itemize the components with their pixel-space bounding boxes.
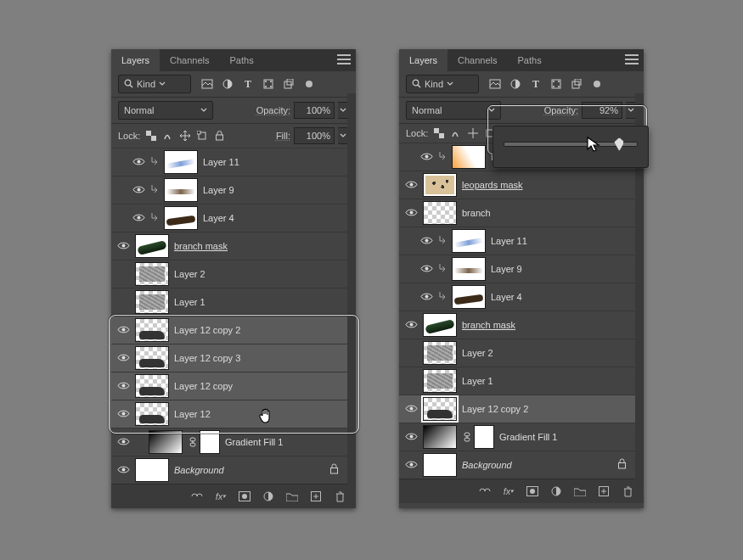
blend-mode-select[interactable]: Normal [406,101,501,120]
opacity-slider-popup[interactable] [493,126,649,168]
add-mask-icon[interactable] [526,485,538,497]
layer-name-label[interactable]: branch mask [462,320,515,330]
layer-thumbnail[interactable] [452,229,486,253]
layer-thumbnail[interactable] [135,458,169,482]
visibility-eye-icon[interactable] [404,179,418,192]
link-icon[interactable] [462,432,472,442]
link-icon[interactable] [188,437,198,447]
layer-name-label[interactable]: Layer 4 [491,292,522,302]
layer-row[interactable]: Layer 12 copy 2 [399,395,644,423]
layer-row[interactable]: Gradient Fill 1 [111,428,356,456]
layer-thumbnail[interactable] [135,262,169,286]
type-layers-icon[interactable]: T [530,78,542,90]
blend-mode-select[interactable]: Normal [118,101,213,120]
layer-thumbnail[interactable] [135,290,169,314]
lock-transparent-icon[interactable] [433,127,445,139]
layer-name-label[interactable]: Background [462,460,512,470]
tab-layers[interactable]: Layers [111,49,160,71]
scrollbar[interactable] [347,93,356,484]
visibility-eye-icon[interactable] [404,319,418,332]
type-layers-icon[interactable]: T [242,78,254,90]
layer-row[interactable]: leopards mask [399,171,644,199]
visibility-eye-icon[interactable] [419,291,433,304]
layer-thumbnail[interactable] [423,453,457,477]
layer-thumbnail[interactable] [423,201,457,225]
pixel-layers-icon[interactable] [201,78,213,90]
layer-name-label[interactable]: Layer 12 copy 2 [174,325,240,335]
layer-mask-thumbnail[interactable] [474,425,494,449]
layer-thumbnail[interactable] [452,257,486,281]
layer-thumbnail[interactable] [149,430,183,454]
layer-row[interactable]: Layer 9 [111,176,356,204]
layer-thumbnail[interactable] [423,425,457,449]
layer-row[interactable]: branch mask [111,232,356,260]
visibility-eye-icon[interactable] [404,431,418,444]
lock-image-icon[interactable] [162,130,174,142]
tab-paths[interactable]: Paths [508,49,552,71]
filter-toggle-icon[interactable] [303,78,315,90]
opacity-slider-thumb[interactable] [614,137,624,151]
layer-thumbnail[interactable] [135,234,169,258]
layer-name-label[interactable]: Layer 11 [491,236,527,246]
layer-name-label[interactable]: Layer 1 [462,376,493,386]
visibility-eye-icon[interactable] [404,403,418,416]
lock-image-icon[interactable] [450,127,462,139]
layer-name-label[interactable]: Layer 1 [174,297,205,307]
adjustment-layers-icon[interactable] [222,78,234,90]
filter-kind-select[interactable]: Kind [118,75,191,93]
layer-name-label[interactable]: Background [174,465,224,475]
lock-position-icon[interactable] [467,127,479,139]
visibility-eye-icon[interactable] [116,324,130,337]
layer-row[interactable]: Layer 2 [111,260,356,288]
layer-name-label[interactable]: leopards mask [462,180,523,190]
visibility-eye-icon[interactable] [116,380,130,393]
layer-row[interactable]: branch mask [399,311,644,339]
layer-thumbnail[interactable] [452,285,486,309]
adjustment-layers-icon[interactable] [509,78,521,90]
layer-name-label[interactable]: Layer 12 copy 3 [174,353,240,363]
link-layers-icon[interactable] [479,485,491,497]
layer-row[interactable]: Layer 1 [111,288,356,316]
new-group-icon[interactable] [574,485,586,497]
layer-thumbnail[interactable] [164,178,198,202]
layer-name-label[interactable]: Layer 2 [174,269,205,279]
layer-row[interactable]: Layer 1 [399,367,644,395]
fx-icon[interactable]: fx▾ [215,490,227,502]
visibility-eye-icon[interactable] [116,408,130,421]
filter-toggle-icon[interactable] [591,78,603,90]
smart-objects-icon[interactable] [571,78,583,90]
layer-name-label[interactable]: Layer 9 [491,264,522,274]
lock-position-icon[interactable] [179,130,191,142]
panel-menu-icon[interactable] [337,54,351,64]
visibility-eye-icon[interactable] [116,436,130,449]
layer-row[interactable]: Layer 9 [399,255,644,283]
visibility-eye-icon[interactable] [404,459,418,472]
lock-all-icon[interactable] [213,130,225,142]
layer-name-label[interactable]: branch [462,208,491,218]
visibility-eye-icon[interactable] [419,263,433,276]
layer-row[interactable]: Background [399,451,644,479]
opacity-input[interactable]: 92% [582,102,622,119]
layer-name-label[interactable]: branch mask [174,241,228,251]
layer-name-label[interactable]: Layer 12 copy 2 [462,404,528,414]
layer-row[interactable]: Layer 4 [111,204,356,232]
opacity-slider-track[interactable] [504,142,638,147]
visibility-eye-icon[interactable] [132,184,145,197]
panel-menu-icon[interactable] [625,54,639,64]
new-adjustment-icon[interactable] [262,490,274,502]
visibility-eye-icon[interactable] [116,352,130,365]
visibility-eye-icon[interactable] [116,464,130,477]
layer-name-label[interactable]: Layer 2 [462,348,493,358]
layer-thumbnail[interactable] [452,145,486,169]
layer-name-label[interactable]: Layer 11 [203,157,239,167]
pixel-layers-icon[interactable] [489,78,501,90]
fill-input[interactable]: 100% [294,127,335,144]
layer-row[interactable]: Layer 12 copy 3 [111,344,356,372]
layer-thumbnail[interactable] [135,374,169,398]
fx-icon[interactable]: fx▾ [503,485,515,497]
filter-kind-select[interactable]: Kind [406,75,479,93]
layer-thumbnail[interactable] [423,173,457,197]
layer-name-label[interactable]: Gradient Fill 1 [225,437,283,447]
layer-name-label[interactable]: Layer 4 [203,213,234,223]
visibility-eye-icon[interactable] [419,235,433,248]
